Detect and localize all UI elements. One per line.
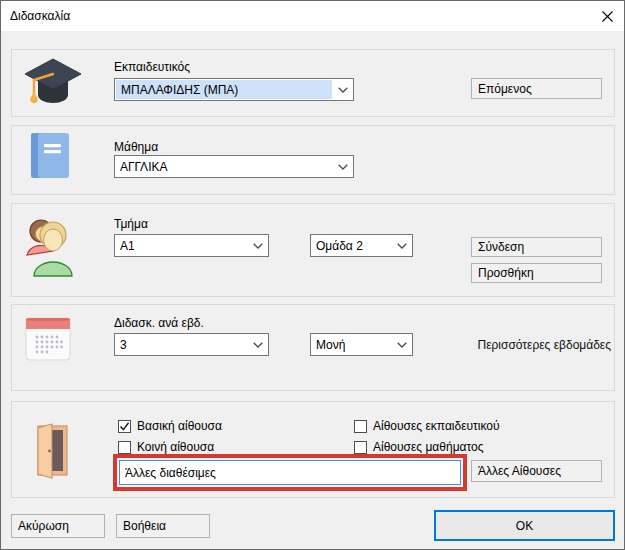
close-icon (602, 11, 613, 22)
chevron-down-icon[interactable] (391, 235, 412, 256)
checkbox-label: Αίθουσες μαθήματος (373, 440, 484, 454)
checkbox-subject-rooms[interactable]: Αίθουσες μαθήματος (354, 440, 484, 454)
week-type-combobox[interactable]: Μονή (310, 333, 413, 356)
open-door-icon (29, 419, 71, 481)
teacher-label: Εκπαιδευτικός (114, 60, 190, 74)
group-combobox-value: Ομάδα 2 (311, 235, 391, 256)
highlight-box (113, 454, 467, 491)
periods-combobox-value: 3 (115, 334, 247, 355)
other-available-field[interactable] (119, 460, 461, 485)
title-bar: Διδασκαλία (1, 1, 624, 31)
checkbox-box[interactable] (354, 420, 367, 433)
checkmark-icon (119, 421, 130, 432)
checkbox-label: Βασική αίθουσα (137, 419, 222, 433)
calendar-icon (25, 317, 71, 361)
more-weeks-link[interactable]: Περισσότερες εβδομάδες (478, 338, 611, 352)
connect-button[interactable]: Σύνδεση (471, 237, 602, 257)
checkbox-basic-room[interactable]: Βασική αίθουσα (118, 419, 222, 433)
graduation-cap-icon (21, 55, 83, 111)
teacher-combobox[interactable]: ΜΠΑΛΑΦΙΔΗΣ (ΜΠΑ) (114, 78, 354, 101)
periods-label: Διδασκ. ανά εβδ. (114, 316, 204, 330)
add-button[interactable]: Προσθήκη (471, 263, 602, 283)
chevron-down-icon[interactable] (247, 235, 268, 256)
class-label: Τμήμα (114, 217, 148, 231)
checkbox-box[interactable] (354, 441, 367, 454)
periods-combobox[interactable]: 3 (114, 333, 269, 356)
class-combobox[interactable]: Α1 (114, 234, 269, 257)
group-combobox[interactable]: Ομάδα 2 (310, 234, 413, 257)
help-button[interactable]: Βοήθεια (116, 514, 210, 538)
cancel-button[interactable]: Ακύρωση (11, 514, 105, 538)
checkbox-label: Αίθουσες εκπαιδευτικού (373, 419, 500, 433)
checkbox-box[interactable] (118, 441, 131, 454)
ok-button[interactable]: OK (434, 510, 615, 541)
subject-combobox[interactable]: ΑΓΓΛΙΚΑ (114, 155, 354, 178)
students-icon (21, 216, 77, 278)
chevron-down-icon[interactable] (332, 156, 353, 177)
teacher-combobox-value: ΜΠΑΛΑΦΙΔΗΣ (ΜΠΑ) (116, 80, 332, 99)
chevron-down-icon[interactable] (332, 79, 353, 100)
close-button[interactable] (590, 1, 624, 31)
window-title: Διδασκαλία (10, 9, 70, 23)
subject-combobox-value: ΑΓΓΛΙΚΑ (115, 156, 332, 177)
checkbox-shared-room[interactable]: Κοινή αίθουσα (118, 440, 214, 454)
week-type-combobox-value: Μονή (311, 334, 391, 355)
chevron-down-icon[interactable] (391, 334, 412, 355)
other-rooms-button[interactable]: Άλλες Αίθουσες (471, 460, 602, 482)
class-combobox-value: Α1 (115, 235, 247, 256)
checkbox-label: Κοινή αίθουσα (137, 440, 214, 454)
checkbox-teacher-rooms[interactable]: Αίθουσες εκπαιδευτικού (354, 419, 500, 433)
subject-label: Μάθημα (114, 140, 158, 154)
teaching-dialog: Διδασκαλία Εκπαιδευτικός ΜΠΑΛΑΦΙΔΗΣ (ΜΠΑ… (0, 0, 625, 550)
next-button[interactable]: Επόμενος (471, 78, 602, 99)
chevron-down-icon[interactable] (247, 334, 268, 355)
checkbox-box[interactable] (118, 420, 131, 433)
book-icon (29, 132, 71, 179)
